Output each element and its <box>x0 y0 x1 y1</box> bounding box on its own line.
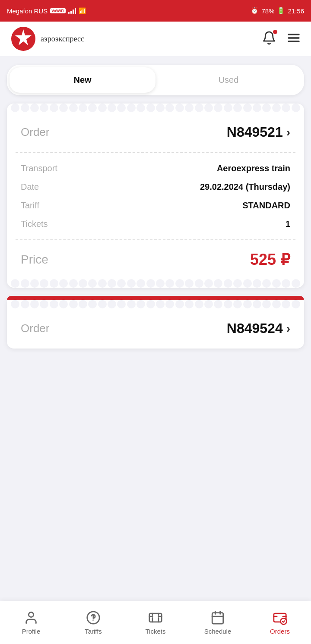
svg-rect-14 <box>212 613 223 624</box>
perf-dot <box>40 279 48 288</box>
perf-dot <box>156 104 165 112</box>
nav-item-tickets[interactable]: Tickets <box>124 606 187 639</box>
signal-bars <box>68 8 76 14</box>
perf-dot <box>108 300 116 308</box>
perf-dot <box>146 279 155 288</box>
alarm-icon: ⏰ <box>251 7 259 15</box>
perf-dot <box>214 300 222 308</box>
perf-dot <box>185 300 194 308</box>
ticket-card-1: Order N849521 › Transport Aeroexpress tr… <box>7 104 304 288</box>
transport-label: Transport <box>21 163 57 173</box>
status-bar: Megafon RUS VoWiFi 📶 ⏰ 78% 🔋 21:56 <box>0 0 311 22</box>
perf-dot <box>11 104 19 112</box>
perf-dot <box>79 300 87 308</box>
perf-dot <box>253 104 261 112</box>
perf-dot <box>262 279 271 288</box>
perf-dot <box>69 104 78 112</box>
perf-dot <box>214 279 222 288</box>
ticket-card-2[interactable]: Order N849524 › <box>7 296 304 349</box>
perf-dot <box>59 300 68 308</box>
perf-dot <box>108 279 116 288</box>
perf-dot <box>117 300 126 308</box>
nav-label-orders: Orders <box>270 628 290 635</box>
notification-dot <box>273 30 277 34</box>
battery-level: 78% <box>261 7 274 15</box>
perf-dot <box>214 104 222 112</box>
svg-text:₽: ₽ <box>92 619 94 622</box>
hamburger-icon <box>287 31 301 45</box>
menu-button[interactable] <box>287 31 301 47</box>
perf-dot <box>243 300 252 308</box>
perf-dot <box>50 104 58 112</box>
perf-dot <box>127 279 136 288</box>
tariffs-icon: ₽ <box>86 610 101 625</box>
perf-dot <box>204 104 213 112</box>
perf-dot <box>156 300 165 308</box>
tariff-value: STANDARD <box>242 201 290 210</box>
tariff-row: Tariff STANDARD <box>21 201 290 210</box>
perf-dot <box>195 279 203 288</box>
app-header: аэроэкспресс <box>0 22 311 56</box>
perf-dot <box>292 104 300 112</box>
perf-dot <box>108 104 116 112</box>
perf-dot <box>195 300 203 308</box>
nav-label-tickets: Tickets <box>146 628 166 635</box>
nav-item-schedule[interactable]: Schedule <box>187 606 249 639</box>
price-label-1: Price <box>21 253 48 267</box>
nav-item-profile[interactable]: Profile <box>0 606 62 639</box>
perf-dot <box>243 104 252 112</box>
tab-new[interactable]: New <box>10 67 156 93</box>
order-label-2: Order <box>21 322 227 335</box>
perf-dot <box>282 279 290 288</box>
order-number-2: N849524 › <box>227 320 290 336</box>
perf-dot <box>253 300 261 308</box>
perf-dot <box>21 300 29 308</box>
perf-dot <box>146 300 155 308</box>
order-label-1: Order <box>21 126 227 139</box>
perf-dot <box>146 104 155 112</box>
header-icons <box>262 31 301 47</box>
perf-dot <box>98 104 107 112</box>
perf-dot <box>165 104 174 112</box>
perf-dot <box>156 279 165 288</box>
nav-item-orders[interactable]: Orders <box>249 606 311 639</box>
perf-dot <box>11 279 19 288</box>
perf-dot <box>98 279 107 288</box>
perf-dot <box>175 104 184 112</box>
perf-dot <box>165 279 174 288</box>
wifi-icon: 📶 <box>79 7 86 14</box>
schedule-icon <box>210 610 225 625</box>
perf-dot <box>59 104 68 112</box>
bottom-nav: Profile ₽ Tariffs Tickets Schedule <box>0 601 311 644</box>
ticket-inner-1: Order N849521 › Transport Aeroexpress tr… <box>7 112 304 279</box>
chevron-right-icon-1: › <box>286 126 290 139</box>
perf-dot <box>21 104 29 112</box>
perf-dot <box>88 279 97 288</box>
perf-dot <box>50 279 58 288</box>
perf-dot <box>40 104 48 112</box>
nav-label-schedule: Schedule <box>204 628 232 635</box>
nav-item-tariffs[interactable]: ₽ Tariffs <box>62 606 124 639</box>
ticket-2-perforation-top <box>7 300 304 308</box>
perf-dot <box>185 279 194 288</box>
perf-dot <box>69 300 78 308</box>
carrier-name: Megafon RUS <box>7 7 48 15</box>
perf-dot <box>88 104 97 112</box>
notification-bell[interactable] <box>262 31 276 47</box>
tab-used[interactable]: Used <box>156 67 301 93</box>
perf-dot <box>50 300 58 308</box>
perf-dot <box>136 104 145 112</box>
perf-dot <box>224 300 232 308</box>
signal-bar-1 <box>68 12 70 14</box>
details-section-1: Transport Aeroexpress train Date 29.02.2… <box>7 153 304 239</box>
perf-dot <box>30 104 39 112</box>
order-header-2[interactable]: Order N849524 › <box>7 308 304 349</box>
signal-bar-4 <box>75 8 76 14</box>
signal-bar-2 <box>70 11 72 14</box>
tickets-icon <box>148 610 163 625</box>
nav-label-profile: Profile <box>22 628 41 635</box>
order-header-1[interactable]: Order N849521 › <box>7 112 304 152</box>
transport-row: Transport Aeroexpress train <box>21 163 290 173</box>
date-row: Date 29.02.2024 (Thursday) <box>21 182 290 192</box>
time-display: 21:56 <box>288 7 304 15</box>
